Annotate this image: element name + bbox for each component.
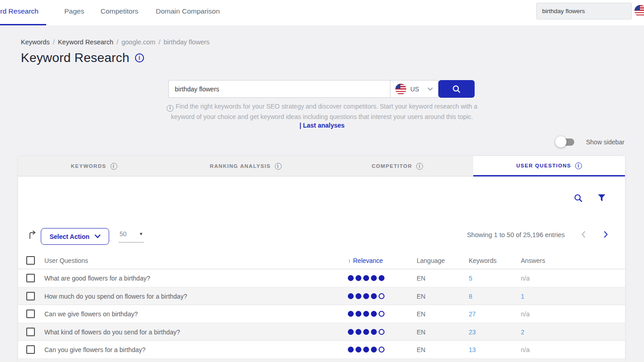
row-checkbox[interactable] xyxy=(26,274,35,282)
nav-item-keyword-research[interactable]: Keyword Research xyxy=(0,7,38,15)
top-search-input[interactable] xyxy=(536,3,632,19)
relevance-dots xyxy=(348,275,384,281)
tab-competitor-label: COMPETITOR xyxy=(372,163,412,169)
pagination-next-icon[interactable] xyxy=(603,230,609,241)
relevance-dot-filled xyxy=(379,275,384,281)
question-text: What are good flowers for a birthday? xyxy=(44,275,150,282)
filter-icon[interactable] xyxy=(598,194,606,204)
question-text: Can you give flowers for a birthday? xyxy=(44,346,145,353)
select-action-label: Select Action xyxy=(49,233,89,240)
relevance-dot-filled xyxy=(348,329,354,335)
row-checkbox[interactable] xyxy=(26,345,35,354)
header-answers: Answers xyxy=(521,257,545,264)
table-search-icon[interactable] xyxy=(574,194,583,205)
relevance-dot-filled xyxy=(371,347,377,352)
nav-item-competitors[interactable]: Competitors xyxy=(101,7,139,15)
search-button[interactable] xyxy=(438,80,475,98)
sort-arrow-up-icon xyxy=(348,257,351,264)
answers-count-link[interactable]: 2 xyxy=(521,329,524,336)
relevance-dot-filled xyxy=(348,293,354,299)
select-action-button[interactable]: Select Action xyxy=(41,228,109,245)
last-analyses-link[interactable]: | Last analyses xyxy=(163,122,481,129)
keywords-count-link[interactable]: 8 xyxy=(469,293,472,300)
relevance-dot-outline xyxy=(379,329,384,335)
language-value: EN xyxy=(417,293,425,300)
answers-value: n/a xyxy=(521,275,529,282)
tab-keywords[interactable]: KEYWORDS xyxy=(18,156,170,176)
breadcrumb-separator: / xyxy=(116,38,118,46)
export-icon[interactable] xyxy=(28,230,38,242)
keywords-count-link[interactable]: 13 xyxy=(469,346,476,353)
tab-keywords-label: KEYWORDS xyxy=(71,163,106,169)
nav-item-domain-comparison[interactable]: Domain Comparison xyxy=(156,7,220,15)
header-keywords: Keywords xyxy=(469,257,496,264)
country-selector[interactable]: US xyxy=(390,80,438,98)
relevance-dot-filled xyxy=(348,347,354,352)
pagination-prev-icon[interactable] xyxy=(580,230,586,241)
breadcrumb-keyword: birthday flowers xyxy=(163,38,210,46)
show-sidebar-toggle-knob[interactable] xyxy=(555,136,567,148)
language-value: EN xyxy=(417,310,425,318)
page-size-select[interactable]: 50 ▼ xyxy=(119,230,144,243)
page-title-info-icon[interactable] xyxy=(135,53,144,62)
breadcrumb-keyword-research[interactable]: Keyword Research xyxy=(58,38,114,46)
dropdown-triangle-icon: ▼ xyxy=(139,232,143,236)
breadcrumb-separator: / xyxy=(53,38,55,46)
breadcrumb-keywords[interactable]: Keywords xyxy=(21,38,50,46)
table-row: Can we give flowers on birthday? EN 27 n… xyxy=(18,305,625,323)
header-relevance[interactable]: Relevance xyxy=(348,257,383,264)
info-icon[interactable] xyxy=(275,163,282,170)
header-relevance-label: Relevance xyxy=(353,257,383,264)
question-text: How much do you spend on flowers for a b… xyxy=(44,293,187,300)
tab-competitor[interactable]: COMPETITOR xyxy=(322,156,473,176)
relevance-dot-filled xyxy=(363,275,369,281)
keywords-count-link[interactable]: 5 xyxy=(469,275,472,282)
page-size-value: 50 xyxy=(120,230,127,238)
nav-item-pages[interactable]: Pages xyxy=(64,7,84,15)
relevance-dot-filled xyxy=(371,329,377,335)
tool-description: Find the right keywords for your SEO str… xyxy=(163,101,481,122)
info-icon[interactable] xyxy=(416,163,423,170)
chevron-down-icon xyxy=(428,87,433,91)
keyword-search-input[interactable] xyxy=(168,80,390,98)
relevance-dot-outline xyxy=(379,311,384,317)
us-flag-icon[interactable] xyxy=(634,5,644,17)
row-checkbox[interactable] xyxy=(26,328,35,336)
relevance-dot-filled xyxy=(348,275,354,281)
relevance-dot-filled xyxy=(356,329,361,335)
keywords-count-link[interactable]: 27 xyxy=(469,310,476,318)
relevance-dot-filled xyxy=(356,275,361,281)
answers-count-link[interactable]: 1 xyxy=(521,293,524,300)
relevance-dot-filled xyxy=(356,293,361,299)
tab-ranking-analysis[interactable]: RANKING ANALYSIS xyxy=(170,156,322,176)
row-checkbox[interactable] xyxy=(26,292,35,300)
keywords-count-link[interactable]: 23 xyxy=(469,329,476,336)
show-sidebar-label: Show sidebar xyxy=(586,138,625,146)
relevance-dot-filled xyxy=(363,329,369,335)
info-icon[interactable] xyxy=(111,163,117,170)
breadcrumb-separator: / xyxy=(159,38,160,46)
page-title: Keyword Research xyxy=(21,51,144,65)
relevance-dot-filled xyxy=(363,347,369,352)
table-row: What are good flowers for a birthday? EN… xyxy=(18,269,625,287)
tab-user-questions[interactable]: USER QUESTIONS xyxy=(473,156,625,176)
relevance-dot-filled xyxy=(371,311,377,317)
search-icon xyxy=(452,85,461,94)
tool-description-text: Find the right keywords for your SEO str… xyxy=(171,103,478,120)
header-user-questions: User Questions xyxy=(44,257,88,264)
relevance-dots xyxy=(348,293,384,299)
question-text: What kind of flowers do you send for a b… xyxy=(44,329,180,336)
info-icon[interactable] xyxy=(575,162,582,169)
question-text: Can we give flowers on birthday? xyxy=(44,310,138,318)
relevance-dot-filled xyxy=(371,275,377,281)
language-value: EN xyxy=(417,275,425,282)
select-all-checkbox[interactable] xyxy=(26,256,35,265)
chevron-down-icon xyxy=(95,234,101,238)
row-checkbox[interactable] xyxy=(26,310,35,318)
language-value: EN xyxy=(417,346,425,353)
breadcrumb-domain[interactable]: google.com xyxy=(121,38,155,46)
relevance-dots xyxy=(348,347,384,352)
table-row: How much do you spend on flowers for a b… xyxy=(18,287,625,305)
answers-value: n/a xyxy=(521,346,529,353)
us-flag-icon xyxy=(395,84,406,95)
